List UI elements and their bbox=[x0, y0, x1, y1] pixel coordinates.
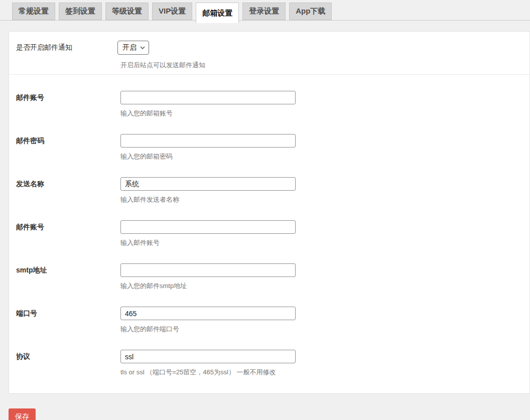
email-notify-selected-value: 开启 bbox=[122, 43, 137, 52]
form-row-email-notify: 是否开启邮件通知 开启 开启后站点可以发送邮件通知 bbox=[9, 32, 529, 75]
panel-bottom-spacer bbox=[9, 377, 529, 393]
tab-general-settings[interactable]: 常规设置 bbox=[12, 3, 55, 20]
protocol-input[interactable] bbox=[120, 350, 296, 363]
field-help: 输入邮件发送者名称 bbox=[120, 195, 296, 204]
tab-email-settings[interactable]: 邮箱设置 bbox=[196, 3, 239, 23]
sender-name-input[interactable] bbox=[120, 177, 296, 191]
tab-level-settings[interactable]: 等级设置 bbox=[105, 3, 149, 20]
port-input[interactable] bbox=[120, 307, 296, 320]
field-label: 邮件账号 bbox=[9, 220, 120, 232]
field-label: 邮件账号 bbox=[9, 91, 120, 102]
form-row-smtp-address: smtp地址 输入您的邮件smtp地址 bbox=[9, 247, 529, 291]
field-help: tls or ssl （端口号=25留空，465为ssl） 一般不用修改 bbox=[120, 368, 296, 377]
tab-login-settings[interactable]: 登录设置 bbox=[242, 3, 286, 20]
chevron-down-icon bbox=[140, 46, 145, 49]
tab-vip-settings[interactable]: VIP设置 bbox=[152, 3, 192, 20]
form-row-email-password: 邮件密码 输入您的邮箱密码 bbox=[9, 118, 529, 161]
email-notify-control: 开启 开启后站点可以发送邮件通知 bbox=[120, 41, 205, 70]
field-label: 协议 bbox=[9, 350, 120, 361]
field-label: 发送名称 bbox=[9, 177, 120, 189]
tab-list: 常规设置 签到设置 等级设置 VIP设置 邮箱设置 登录设置 App下载 bbox=[12, 3, 530, 23]
email-password-input[interactable] bbox=[120, 134, 296, 148]
tab-app-download[interactable]: App下载 bbox=[289, 3, 332, 20]
settings-tab-bar: 常规设置 签到设置 等级设置 VIP设置 邮箱设置 登录设置 App下载 bbox=[0, 0, 530, 21]
save-button[interactable]: 保存 bbox=[9, 408, 36, 420]
field-label: 端口号 bbox=[9, 307, 120, 318]
form-row-protocol: 协议 tls or ssl （端口号=25留空，465为ssl） 一般不用修改 bbox=[9, 334, 529, 377]
email-notify-help: 开启后站点可以发送邮件通知 bbox=[120, 61, 205, 70]
form-row-mail-account: 邮件账号 输入邮件账号 bbox=[9, 204, 529, 247]
email-settings-panel: 是否开启邮件通知 开启 开启后站点可以发送邮件通知 邮件账号 输入您的邮箱账号 … bbox=[9, 31, 530, 394]
mail-account-input[interactable] bbox=[120, 220, 296, 234]
form-row-email-account: 邮件账号 输入您的邮箱账号 bbox=[9, 75, 529, 118]
field-help: 输入您的邮件smtp地址 bbox=[120, 282, 296, 291]
email-notify-select[interactable]: 开启 bbox=[117, 41, 149, 55]
field-help: 输入您的邮箱密码 bbox=[120, 152, 296, 161]
smtp-address-input[interactable] bbox=[120, 263, 296, 277]
field-label: smtp地址 bbox=[9, 263, 120, 275]
email-account-input[interactable] bbox=[120, 91, 296, 104]
field-help: 输入您的邮件端口号 bbox=[120, 325, 296, 334]
field-help: 输入您的邮箱账号 bbox=[120, 109, 296, 118]
form-row-sender-name: 发送名称 输入邮件发送者名称 bbox=[9, 161, 529, 204]
email-notify-label: 是否开启邮件通知 bbox=[9, 41, 120, 52]
tab-checkin-settings[interactable]: 签到设置 bbox=[59, 3, 102, 20]
field-label: 邮件密码 bbox=[9, 134, 120, 146]
form-row-port: 端口号 输入您的邮件端口号 bbox=[9, 291, 529, 334]
field-help: 输入邮件账号 bbox=[120, 238, 296, 247]
